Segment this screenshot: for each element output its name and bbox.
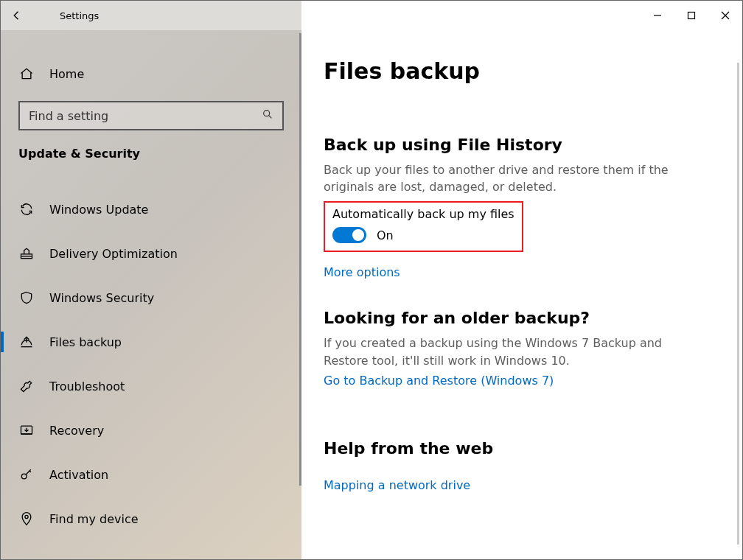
- more-options-link[interactable]: More options: [324, 265, 400, 279]
- svg-rect-1: [688, 13, 695, 19]
- toggle-row: On: [332, 227, 514, 243]
- section-heading: Looking for an older backup?: [324, 309, 713, 327]
- svg-point-13: [25, 515, 28, 518]
- sidebar-item-activation[interactable]: Activation: [1, 452, 301, 497]
- sidebar-item-home[interactable]: Home: [1, 60, 301, 88]
- sidebar-item-recovery[interactable]: Recovery: [1, 408, 301, 452]
- key-icon: [18, 466, 35, 483]
- settings-window: Settings Home: [0, 0, 743, 560]
- section-description: If you created a backup using the Window…: [324, 335, 707, 368]
- body: Home Update & Security Windows Update: [1, 30, 742, 559]
- sidebar-item-files-backup[interactable]: Files backup: [1, 320, 301, 364]
- sidebar-item-windows-update[interactable]: Windows Update: [1, 187, 301, 231]
- section-header: Update & Security: [1, 147, 301, 161]
- sidebar: Home Update & Security Windows Update: [1, 30, 301, 559]
- section-description: Back up your files to another drive and …: [324, 161, 707, 195]
- refresh-icon: [18, 201, 35, 217]
- nav-label: Troubleshoot: [49, 379, 125, 393]
- titlebar: Settings: [1, 1, 742, 30]
- page-title: Files backup: [324, 58, 713, 84]
- maximize-button[interactable]: [674, 4, 708, 27]
- svg-point-4: [264, 111, 270, 116]
- wrench-icon: [18, 378, 35, 394]
- content-pane: Files backup Back up using File History …: [301, 30, 742, 559]
- shield-icon: [18, 290, 35, 306]
- search-input[interactable]: [29, 109, 262, 123]
- search-box[interactable]: [18, 101, 284, 130]
- window-controls: [301, 1, 742, 30]
- backup-restore-link[interactable]: Go to Backup and Restore (Windows 7): [324, 374, 554, 388]
- svg-point-12: [21, 474, 27, 479]
- sidebar-item-delivery-optimization[interactable]: Delivery Optimization: [1, 231, 301, 276]
- nav-label: Windows Update: [49, 203, 148, 217]
- auto-backup-toggle[interactable]: [332, 227, 366, 243]
- search-icon: [262, 108, 273, 123]
- sidebar-item-find-my-device[interactable]: Find my device: [1, 497, 301, 541]
- backup-icon: [18, 334, 35, 350]
- back-button[interactable]: [1, 1, 33, 30]
- delivery-icon: [18, 245, 35, 262]
- older-backup-section: Looking for an older backup? If you crea…: [324, 309, 713, 387]
- recovery-icon: [18, 422, 35, 438]
- titlebar-left: Settings: [1, 1, 301, 30]
- location-icon: [18, 511, 35, 527]
- nav-label: Windows Security: [49, 291, 154, 305]
- app-title: Settings: [60, 10, 99, 21]
- section-heading: Help from the web: [324, 439, 713, 458]
- nav-label: Files backup: [49, 335, 122, 349]
- help-section: Help from the web Mapping a network driv…: [324, 439, 713, 492]
- nav-label: Delivery Optimization: [49, 247, 178, 261]
- nav-label: Recovery: [49, 424, 104, 438]
- section-heading: Back up using File History: [324, 136, 713, 154]
- toggle-state: On: [377, 228, 394, 242]
- nav-label: Find my device: [49, 512, 139, 526]
- sidebar-item-troubleshoot[interactable]: Troubleshoot: [1, 364, 301, 408]
- home-label: Home: [49, 67, 84, 81]
- help-link[interactable]: Mapping a network drive: [324, 478, 470, 492]
- close-button[interactable]: [708, 4, 742, 27]
- file-history-section: Back up using File History Back up your …: [324, 136, 713, 279]
- svg-line-5: [269, 116, 272, 119]
- minimize-button[interactable]: [641, 4, 674, 27]
- sidebar-item-windows-security[interactable]: Windows Security: [1, 276, 301, 320]
- home-icon: [18, 66, 35, 82]
- nav-label: Activation: [49, 468, 108, 482]
- highlight-annotation: Automatically back up my files On: [324, 201, 523, 252]
- toggle-label: Automatically back up my files: [332, 207, 514, 221]
